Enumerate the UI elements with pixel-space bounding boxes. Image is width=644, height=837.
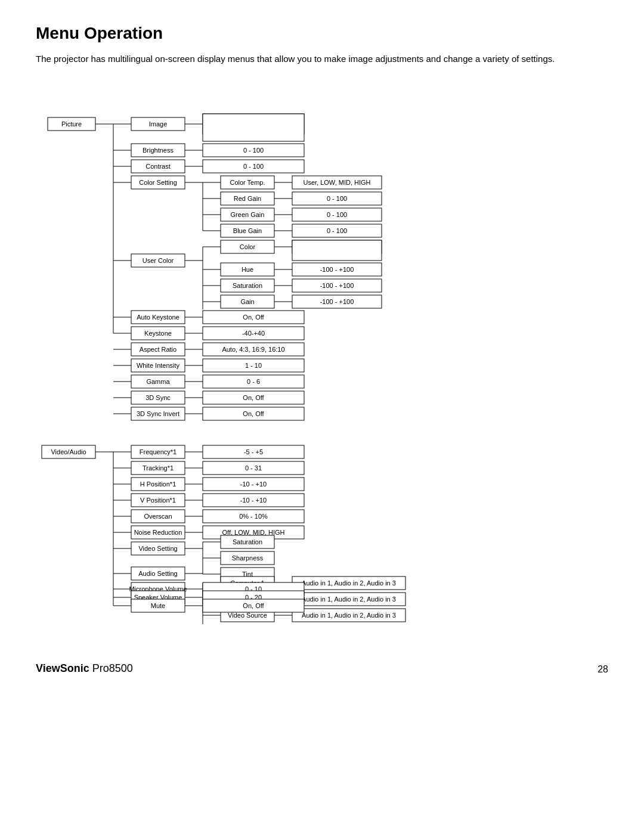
color-label: Color (240, 243, 256, 250)
trk-label: Tracking*1 (143, 464, 174, 472)
footer: ViewSonic Pro8500 28 (36, 662, 608, 675)
3dsi-label: 3D Sync Invert (137, 410, 179, 417)
rg-label: Red Gain (234, 195, 261, 202)
gain-label: Gain (240, 298, 254, 305)
freq-label: Frequency*1 (140, 448, 177, 455)
contrast-val: 0 - 100 (243, 163, 264, 170)
ar-val: Auto, 4:3, 16:9, 16:10 (222, 346, 284, 353)
hp-val: -10 - +10 (240, 480, 267, 488)
hp-label: H Position*1 (140, 480, 177, 488)
ct-label: Color Temp. (230, 179, 265, 186)
mute-val: On, Off (243, 602, 264, 609)
os-label: Overscan (144, 513, 172, 520)
hue-label: Hue (242, 266, 253, 273)
sharp-label: Sharpness (232, 554, 264, 562)
ak-label: Auto Keystone (137, 314, 179, 321)
gain-val: -100 - +100 (320, 298, 354, 305)
mute-label: Mute (151, 602, 165, 609)
menu-diagram: Picture Image Brightest, PC, Movie, View… (36, 88, 620, 624)
contrast-label: Contrast (145, 163, 171, 170)
vsrc-val: Audio in 1, Audio in 2, Audio in 3 (302, 612, 396, 619)
3ds-label: 3D Sync (145, 394, 171, 401)
image-label: Image (149, 120, 168, 128)
intro-text: The projector has multilingual on-screen… (36, 52, 608, 66)
page-title: Menu Operation (36, 24, 608, 43)
bg-val: 0 - 100 (327, 227, 347, 234)
vp-label: V Position*1 (140, 497, 176, 504)
vs-label: Video Setting (138, 545, 177, 552)
ct-val: User, LOW, MID, HIGH (303, 179, 370, 186)
bg-label: Blue Gain (233, 227, 262, 234)
wi-val: 1 - 10 (245, 362, 262, 369)
color-value2 (292, 240, 382, 261)
freq-val: -5 - +5 (244, 448, 263, 455)
ks-val: -40-+40 (242, 330, 265, 337)
sat-label: Saturation (233, 282, 262, 289)
c2-val: Audio in 1, Audio in 2, Audio in 3 (302, 596, 396, 603)
image-value-box2 (203, 114, 304, 141)
brand-name: ViewSonic (36, 662, 89, 674)
brightness-val: 0 - 100 (243, 147, 264, 154)
uc-label: User Color (143, 257, 174, 264)
diagram-area: Picture Image Brightest, PC, Movie, View… (36, 88, 608, 627)
as-label: Audio Setting (138, 570, 177, 577)
vsat-label: Saturation (233, 538, 262, 545)
c1-val: Audio in 1, Audio in 2, Audio in 3 (302, 579, 396, 587)
hue-val: -100 - +100 (320, 266, 354, 273)
model-name: Pro8500 (92, 662, 133, 674)
gg-label: Green Gain (231, 211, 265, 218)
ar-label: Aspect Ratio (140, 346, 177, 353)
3dsi-val: On, Off (243, 410, 264, 417)
ak-val: On, Off (243, 314, 264, 321)
wi-label: White Intensity (137, 362, 180, 369)
vp-val: -10 - +10 (240, 497, 267, 504)
gg-val: 0 - 100 (327, 211, 347, 218)
ks-label: Keystone (144, 330, 172, 337)
va-label: Video/Audio (51, 448, 86, 455)
brightness-label: Brightness (143, 147, 174, 154)
cs-label: Color Setting (139, 179, 177, 186)
os-val: 0% - 10% (239, 513, 268, 520)
nr-label: Noise Reduction (134, 529, 182, 536)
gm-label: Gamma (146, 378, 170, 385)
rg-val: 0 - 100 (327, 195, 347, 202)
3ds-val: On, Off (243, 394, 264, 401)
footer-page: 28 (597, 664, 608, 675)
vsrc-label: Video Source (228, 612, 267, 619)
gm-val: 0 - 6 (247, 378, 260, 385)
footer-brand: ViewSonic Pro8500 (36, 662, 133, 675)
nr-val: Off, LOW, MID, HIGH (222, 529, 285, 536)
sat-val: -100 - +100 (320, 282, 354, 289)
picture-label: Picture (61, 120, 82, 128)
trk-val: 0 - 31 (245, 464, 262, 472)
